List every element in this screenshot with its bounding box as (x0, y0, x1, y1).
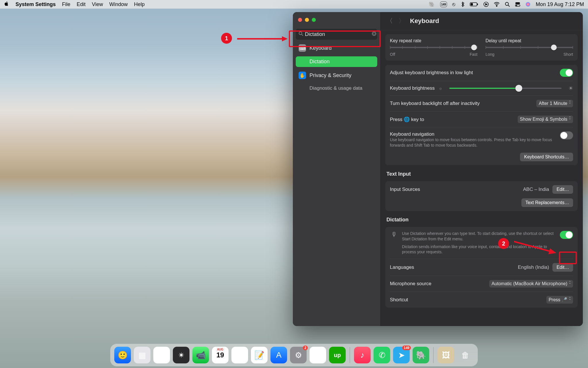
apple-menu-icon[interactable] (4, 1, 9, 8)
backlight-off-label: Turn keyboard backlight off after inacti… (390, 101, 480, 106)
dock-icon-reminders[interactable]: ☰ (231, 347, 248, 363)
dock-icon-launchpad[interactable]: ▦ (134, 347, 150, 363)
dictation-desc-2: Dictation sends information like your vo… (402, 244, 556, 255)
dictation-desc-1: Use Dictation wherever you can type text… (402, 231, 556, 242)
sidebar-item-privacy[interactable]: ✋ Privacy & Security (296, 69, 377, 81)
siri-icon[interactable] (525, 2, 531, 7)
dock-icon-appstore[interactable]: A (270, 347, 287, 363)
input-sources-value: ABC – India (523, 187, 549, 192)
dock-icon-fcp[interactable]: ✴︎ (173, 347, 189, 363)
wifi-icon[interactable] (494, 2, 500, 7)
sidebar-sub-item[interactable]: Diagnostic & usage data (296, 84, 377, 93)
slider-left-label: Off (390, 52, 395, 57)
panel-header: 〈 〉 Keyboard (380, 12, 583, 30)
mic-source-value: Automatic (MacBook Air Microphone) (492, 281, 567, 286)
svg-rect-8 (515, 2, 520, 4)
dictation-heading: Dictation (385, 215, 578, 223)
nav-back-icon[interactable]: 〈 (386, 17, 393, 25)
languages-edit-button[interactable]: Edit… (552, 263, 573, 272)
menu-edit[interactable]: Edit (77, 1, 86, 7)
dock-icon-calendar[interactable]: AUG19 (212, 347, 229, 363)
dock-icon-upwork[interactable]: up (329, 347, 346, 363)
shortcut-popup[interactable]: Press 🎤 ˄˅ (546, 296, 573, 304)
dock-icon-whatsapp[interactable]: ✆ (374, 347, 390, 363)
system-settings-window: ⌨︎ Keyboard Dictation ✋ Privacy & Securi… (293, 12, 583, 326)
svg-point-10 (516, 5, 517, 6)
menu-help[interactable]: Help (134, 1, 145, 7)
key-repeat-card: Key repeat rate Off Slow Fast (385, 34, 578, 61)
dock-icon-notes[interactable]: 📝 (251, 347, 268, 363)
sidebar-item-label: Privacy & Security (310, 72, 351, 78)
dock-icon-chrome[interactable]: ◉ (153, 347, 170, 363)
text-input-card: Input Sources ABC – India Edit… Text Rep… (385, 181, 578, 211)
svg-marker-16 (282, 36, 288, 41)
dictation-card: 🎙 Use Dictation wherever you can type te… (385, 227, 578, 308)
chevron-updown-icon: ˄˅ (569, 117, 571, 121)
bluetooth-icon[interactable] (461, 2, 465, 7)
menu-view[interactable]: View (92, 1, 103, 7)
menubar: System Settings File Edit View Window He… (0, 0, 588, 9)
delay-repeat-label: Delay until repeat (486, 38, 573, 43)
menu-window[interactable]: Window (109, 1, 128, 7)
svg-point-12 (299, 32, 302, 35)
dock-icon-preview[interactable]: 🖼 (438, 347, 454, 363)
dock-icon-trash[interactable]: 🗑 (457, 347, 474, 363)
chevron-updown-icon: ˄˅ (569, 101, 571, 106)
sidebar-item-keyboard[interactable]: ⌨︎ Keyboard (296, 42, 377, 54)
key-repeat-slider[interactable] (390, 47, 477, 48)
sidebar-item-dictation[interactable]: Dictation (296, 56, 377, 67)
window-close-button[interactable] (298, 18, 302, 22)
spotlight-search-icon[interactable] (505, 2, 510, 7)
svg-point-5 (496, 6, 497, 7)
chevron-updown-icon: ˄˅ (569, 282, 571, 286)
keyboard-options-card: Adjust keyboard brightness in low light … (385, 65, 578, 165)
settings-main-panel: 〈 〉 Keyboard Key repeat rate (380, 12, 583, 326)
settings-search-field[interactable] (296, 29, 377, 40)
brightness-high-icon: ☀︎ (568, 85, 573, 91)
search-input[interactable] (305, 31, 372, 37)
window-minimize-button[interactable] (305, 18, 309, 22)
dock-icon-telegram[interactable]: ➤149 (393, 347, 410, 363)
text-replacements-button[interactable]: Text Replacements… (521, 198, 573, 207)
control-center-icon[interactable] (515, 2, 520, 7)
keyboard-icon: ⌨︎ (299, 44, 306, 52)
battery-icon[interactable] (470, 2, 478, 6)
languages-label: Languages (390, 264, 414, 270)
evernote-menubar-icon[interactable]: 🐘 (429, 1, 435, 7)
dock-icon-finder[interactable]: 🙂 (114, 347, 131, 363)
backlight-off-popup[interactable]: After 1 Minute ˄˅ (536, 100, 573, 107)
search-clear-icon[interactable] (372, 31, 377, 37)
dictation-toggle[interactable] (560, 231, 573, 239)
brightness-low-icon: ☼ (439, 86, 442, 91)
menubar-badge-icon[interactable]: 149 (440, 1, 447, 7)
delay-repeat-slider[interactable] (486, 47, 573, 48)
dock-icon-evernote[interactable]: 🐘 (413, 347, 429, 363)
adjust-brightness-label: Adjust keyboard brightness in low light (390, 70, 473, 76)
slider-right-label: Short (564, 52, 573, 57)
dock-icon-settings[interactable]: ⚙︎2 (290, 347, 307, 363)
dock-icon-music[interactable]: ♪ (354, 347, 371, 363)
keyboard-shortcuts-button[interactable]: Keyboard Shortcuts… (520, 153, 573, 161)
menubar-app-name[interactable]: System Settings (16, 1, 56, 7)
slider-right-label: Fast (470, 52, 477, 57)
dock-icon-slack[interactable]: ✱ (310, 347, 326, 363)
window-controls (296, 16, 377, 26)
mic-source-popup[interactable]: Automatic (MacBook Air Microphone) ˄˅ (489, 280, 573, 288)
dock-icon-facetime[interactable]: 📹 (192, 347, 209, 363)
menubar-datetime[interactable]: Mon 19 Aug 7:12 PM (536, 1, 584, 7)
globe-key-popup[interactable]: Show Emoji & Symbols ˄˅ (518, 116, 573, 123)
window-zoom-button[interactable] (312, 18, 316, 22)
svg-line-13 (302, 34, 303, 36)
brightness-slider[interactable] (449, 88, 562, 89)
brightness-label: Keyboard brightness (390, 85, 435, 91)
svg-rect-1 (477, 3, 478, 5)
annotation-arrow-1 (237, 36, 288, 41)
screen-mirroring-icon[interactable] (483, 2, 489, 7)
creative-cloud-icon[interactable]: ⎋ (452, 1, 455, 7)
menu-file[interactable]: File (62, 1, 70, 7)
input-sources-edit-button[interactable]: Edit… (552, 185, 573, 194)
adjust-brightness-toggle[interactable] (560, 69, 573, 77)
mic-source-label: Microphone source (390, 281, 432, 287)
keyboard-nav-toggle[interactable] (560, 131, 573, 139)
key-repeat-label: Key repeat rate (390, 38, 477, 43)
